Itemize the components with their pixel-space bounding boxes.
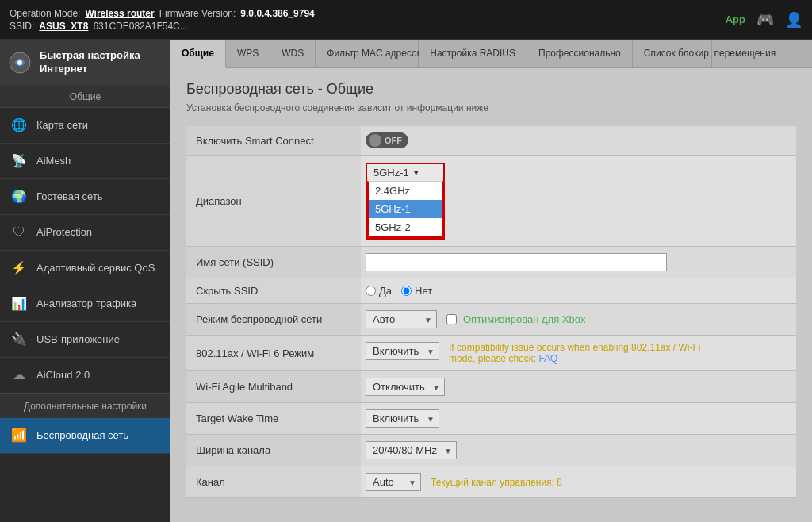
ssid-extra: 631CDE082A1F54C... xyxy=(93,21,187,32)
row-twt: Target Wake Time Включить ▼ xyxy=(186,403,796,435)
agile-multiband-select[interactable]: Отключить xyxy=(366,378,445,396)
op-mode-value[interactable]: Wireless router xyxy=(85,8,154,19)
tab-wps[interactable]: WPS xyxy=(226,40,270,67)
sidebar-item-aicloud[interactable]: ☁ AiCloud 2.0 xyxy=(0,358,170,393)
band-dropdown-list: 2.4GHz 5GHz-1 5GHz-2 xyxy=(367,181,443,238)
sidebar-item-usb[interactable]: 🔌 USB-приложение xyxy=(0,322,170,358)
sidebar-quick-setup[interactable]: Быстрая настройкаИнтернет xyxy=(0,40,170,86)
sidebar-item-guest-network[interactable]: 🌍 Гостевая сеть xyxy=(0,179,170,215)
row-smart-connect: Включить Smart Connect OFF xyxy=(186,126,796,156)
ssid-input[interactable] xyxy=(366,253,667,271)
aicloud-icon: ☁ xyxy=(10,366,29,385)
main-layout: Быстрая настройкаИнтернет Общие 🌐 Карта … xyxy=(0,40,812,522)
sidebar-item-qos[interactable]: ⚡ Адаптивный сервис QoS xyxy=(0,251,170,286)
row-ssid: Имя сети (SSID) xyxy=(186,247,796,278)
page-title: Беспроводная сеть - Общие xyxy=(186,81,796,98)
faq-link[interactable]: FAQ xyxy=(538,353,557,364)
radio-yes-label[interactable]: Да xyxy=(366,285,392,297)
xbox-label: Оптимизирован для Xbox xyxy=(463,313,585,325)
label-wireless-mode: Режим беспроводной сети xyxy=(186,304,361,336)
radio-no-text: Нет xyxy=(415,285,432,297)
op-mode-label: Operation Mode: xyxy=(10,8,80,19)
qos-icon: ⚡ xyxy=(10,259,29,278)
sidebar-item-traffic-label: Анализатор трафика xyxy=(36,297,136,309)
radio-no-label[interactable]: Нет xyxy=(401,285,432,297)
sidebar-item-wireless[interactable]: 📶 Беспроводная сеть xyxy=(0,418,170,454)
fw-label: Firmware Version: xyxy=(159,8,236,19)
row-agile-multiband: Wi-Fi Agile Multiband Отключить ▼ xyxy=(186,371,796,403)
ssid-value[interactable]: ASUS_XT8 xyxy=(39,21,88,32)
smart-connect-toggle[interactable]: OFF xyxy=(366,132,408,148)
twt-select[interactable]: Включить xyxy=(366,409,439,428)
80211ax-select[interactable]: Включить xyxy=(366,342,439,360)
wireless-mode-dropdown-wrapper: Авто ▼ xyxy=(366,310,437,328)
user-icon[interactable]: 👤 xyxy=(785,11,802,29)
label-smart-connect: Включить Smart Connect xyxy=(186,126,361,156)
sidebar-item-aimesh-label: AiMesh xyxy=(36,155,71,167)
svg-point-1 xyxy=(17,60,22,65)
channel-select[interactable]: Auto xyxy=(366,473,421,491)
label-hide-ssid: Скрыть SSID xyxy=(186,278,361,304)
settings-table: Включить Smart Connect OFF Диапазон xyxy=(186,126,796,498)
value-hide-ssid: Да Нет xyxy=(361,278,796,304)
band-option-5ghz2[interactable]: 5GHz-2 xyxy=(369,218,442,236)
sidebar-item-traffic[interactable]: 📊 Анализатор трафика xyxy=(0,286,170,322)
main-content: Общие WPS WDS Фильтр MAC адресов беспров… xyxy=(170,40,812,522)
band-option-5ghz1[interactable]: 5GHz-1 xyxy=(369,200,442,218)
sidebar-item-aiprotection-label: AiProtection xyxy=(36,226,92,238)
band-selected-value: 5GHz-1 xyxy=(373,167,409,178)
tab-professional[interactable]: Профессионально xyxy=(527,40,633,67)
page-subtitle: Установка беспроводного соединения завис… xyxy=(186,102,796,113)
sidebar-item-network-map[interactable]: 🌐 Карта сети xyxy=(0,108,170,144)
band-dropdown[interactable]: 5GHz-1 ▼ 2.4GHz 5GHz-1 5GHz-2 xyxy=(366,163,445,240)
radio-yes-text: Да xyxy=(379,285,392,297)
radio-no[interactable] xyxy=(401,286,412,296)
channel-width-select[interactable]: 20/40/80 MHz xyxy=(366,441,457,459)
network-map-icon: 🌐 xyxy=(10,116,29,135)
channel-info: Текущий канал управления: 8 xyxy=(431,477,562,488)
label-twt: Target Wake Time xyxy=(186,403,361,435)
tab-mac-filter[interactable]: Фильтр MAC адресов беспроводной сети xyxy=(316,40,419,67)
row-wireless-mode: Режим беспроводной сети Авто ▼ xyxy=(186,304,796,336)
value-twt: Включить ▼ xyxy=(361,403,796,435)
value-band: 5GHz-1 ▼ 2.4GHz 5GHz-1 5GHz-2 xyxy=(361,156,796,247)
row-80211ax: 802.11ax / Wi-Fi 6 Режим Включить ▼ If c… xyxy=(186,336,796,371)
sidebar-item-aicloud-label: AiCloud 2.0 xyxy=(36,369,90,381)
label-80211ax: 802.11ax / Wi-Fi 6 Режим xyxy=(186,336,361,371)
toggle-knob xyxy=(369,134,381,147)
band-dropdown-trigger[interactable]: 5GHz-1 ▼ xyxy=(367,164,443,181)
value-agile-multiband: Отключить ▼ xyxy=(361,371,796,403)
row-band: Диапазон 5GHz-1 ▼ 2.4GHz xyxy=(186,156,796,247)
sidebar-item-wireless-label: Беспроводная сеть xyxy=(36,429,128,441)
sidebar-item-aiprotection[interactable]: 🛡 AiProtection xyxy=(0,215,170,251)
gamepad-icon[interactable]: 🎮 xyxy=(756,11,774,29)
value-channel: Auto ▼ Текущий канал управления: 8 xyxy=(361,466,796,498)
tab-bar: Общие WPS WDS Фильтр MAC адресов беспров… xyxy=(170,40,812,68)
tab-wds[interactable]: WDS xyxy=(270,40,316,67)
80211ax-dropdown-wrapper: Включить ▼ xyxy=(366,342,439,360)
value-80211ax: Включить ▼ If compatibility issue occurs… xyxy=(361,336,796,371)
channel-dropdown-wrapper: Auto ▼ xyxy=(366,473,421,491)
toggle-off-label: OFF xyxy=(385,136,405,145)
radio-yes[interactable] xyxy=(366,286,376,296)
hide-ssid-radio-group: Да Нет xyxy=(366,285,791,297)
sidebar-general-section: Общие xyxy=(0,86,170,108)
band-option-2_4ghz[interactable]: 2.4GHz xyxy=(369,182,442,200)
tab-blocklist[interactable]: Список блокир. перемещения xyxy=(633,40,712,67)
usb-icon: 🔌 xyxy=(10,330,29,349)
wireless-mode-select[interactable]: Авто xyxy=(366,310,437,328)
label-channel-width: Ширина канала xyxy=(186,435,361,466)
row-channel-width: Ширина канала 20/40/80 MHz ▼ xyxy=(186,435,796,466)
traffic-icon: 📊 xyxy=(10,294,29,313)
tab-radius[interactable]: Настройка RADIUS xyxy=(419,40,527,67)
top-bar-info: Operation Mode: Wireless router Firmware… xyxy=(10,8,315,32)
guest-network-icon: 🌍 xyxy=(10,187,29,206)
sidebar-item-aimesh[interactable]: 📡 AiMesh xyxy=(0,144,170,179)
sidebar-item-network-map-label: Карта сети xyxy=(36,119,88,131)
band-dropdown-arrow: ▼ xyxy=(412,168,420,177)
tab-general[interactable]: Общие xyxy=(170,40,226,68)
xbox-checkbox[interactable] xyxy=(446,314,457,324)
band-dropdown-container: 5GHz-1 ▼ 2.4GHz 5GHz-1 5GHz-2 xyxy=(366,163,445,240)
fw-version: 9.0.0.4.386_9794 xyxy=(240,8,314,19)
sidebar-item-qos-label: Адаптивный сервис QoS xyxy=(36,262,155,274)
